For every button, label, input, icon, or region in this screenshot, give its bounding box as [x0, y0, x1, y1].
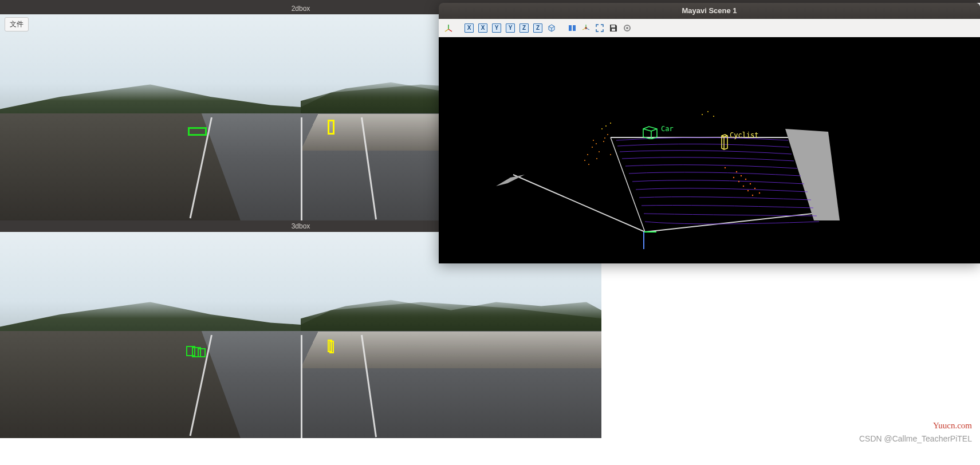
y-neg-icon: Y — [506, 23, 515, 33]
watermark-yuucn: Yuucn.com — [933, 421, 972, 431]
svg-point-12 — [626, 27, 628, 29]
svg-point-43 — [752, 195, 753, 196]
pointcloud-label-car: Car — [661, 125, 674, 133]
svg-point-41 — [743, 186, 744, 187]
svg-rect-4 — [573, 25, 576, 31]
svg-rect-3 — [569, 25, 572, 31]
bbox-3d-car — [186, 346, 206, 357]
svg-point-22 — [588, 164, 589, 165]
svg-point-24 — [604, 137, 605, 139]
x-neg-icon: X — [478, 23, 487, 33]
svg-point-16 — [596, 143, 597, 144]
toolbar-isometric-button[interactable] — [545, 22, 558, 34]
bbox-3d-cyclist — [328, 340, 336, 353]
z-neg-icon: Z — [533, 23, 542, 33]
svg-line-1 — [448, 29, 452, 31]
z-icon: Z — [519, 23, 529, 33]
watermark-csdn: CSDN @Callme_TeacherPiTEL — [859, 434, 972, 443]
svg-point-18 — [599, 151, 600, 152]
mayavi-window[interactable]: Mayavi Scene 1 X X Y Y Z Z — [439, 3, 980, 263]
svg-point-19 — [603, 141, 604, 142]
y-icon: Y — [492, 23, 501, 33]
svg-point-23 — [596, 158, 597, 159]
mayavi-toolbar: X X Y Y Z Z — [439, 19, 980, 37]
svg-rect-10 — [612, 29, 615, 31]
toolbar-y-minus-button[interactable]: Y — [504, 22, 517, 34]
svg-point-21 — [584, 160, 585, 161]
svg-point-39 — [733, 177, 734, 178]
svg-point-30 — [702, 114, 703, 115]
toolbar-y-plus-button[interactable]: Y — [490, 22, 503, 34]
bbox-2d-cyclist — [328, 120, 334, 135]
bbox-2d-car — [188, 127, 207, 136]
axes-corner-icon — [581, 23, 591, 33]
mayavi-3d-canvas[interactable]: Car Cyclist — [439, 37, 980, 263]
svg-point-38 — [759, 192, 760, 194]
cube-icon — [547, 23, 556, 33]
toolbar-z-plus-button[interactable]: Z — [518, 22, 530, 34]
svg-point-29 — [610, 123, 611, 124]
svg-point-26 — [610, 154, 611, 155]
svg-point-34 — [741, 175, 742, 176]
toolbar-x-minus-button[interactable]: X — [477, 22, 489, 34]
svg-point-42 — [747, 190, 749, 191]
svg-point-44 — [725, 167, 726, 168]
svg-point-20 — [587, 154, 588, 155]
svg-marker-14 — [496, 175, 525, 186]
svg-point-31 — [707, 111, 709, 112]
toolbar-view3d-button[interactable] — [442, 22, 455, 34]
file-menu-button[interactable]: 文件 — [5, 17, 29, 31]
svg-marker-13 — [785, 129, 840, 220]
pointcloud-box-car — [642, 124, 659, 139]
gear-icon — [623, 23, 632, 33]
svg-line-2 — [445, 29, 448, 31]
axes-3d-icon — [444, 23, 453, 33]
save-icon — [609, 23, 618, 33]
pointcloud-label-cyclist: Cyclist — [730, 131, 759, 139]
svg-point-36 — [750, 183, 751, 184]
toolbar-axes-indicator-button[interactable] — [580, 22, 592, 34]
svg-point-35 — [745, 179, 746, 180]
toolbar-parallel-button[interactable] — [566, 22, 578, 34]
svg-point-17 — [592, 147, 593, 148]
svg-point-15 — [593, 140, 594, 141]
toolbar-x-plus-button[interactable]: X — [463, 22, 475, 34]
svg-point-33 — [736, 171, 737, 172]
svg-point-40 — [738, 181, 739, 182]
svg-point-37 — [754, 188, 755, 189]
svg-point-28 — [605, 125, 607, 127]
fullscreen-icon — [595, 23, 604, 33]
toolbar-settings-button[interactable] — [621, 22, 633, 34]
toolbar-z-minus-button[interactable]: Z — [532, 22, 544, 34]
parallel-icon — [568, 23, 577, 33]
x-icon: X — [465, 23, 474, 33]
mayavi-titlebar[interactable]: Mayavi Scene 1 — [439, 3, 980, 19]
svg-rect-9 — [611, 25, 615, 27]
svg-point-32 — [713, 116, 714, 117]
svg-point-25 — [607, 134, 608, 135]
pointcloud-box-cyclist — [721, 133, 729, 151]
pointcloud-scene — [439, 37, 980, 263]
toolbar-fullscreen-button[interactable] — [593, 22, 606, 34]
svg-point-27 — [601, 128, 603, 129]
toolbar-save-button[interactable] — [607, 22, 620, 34]
